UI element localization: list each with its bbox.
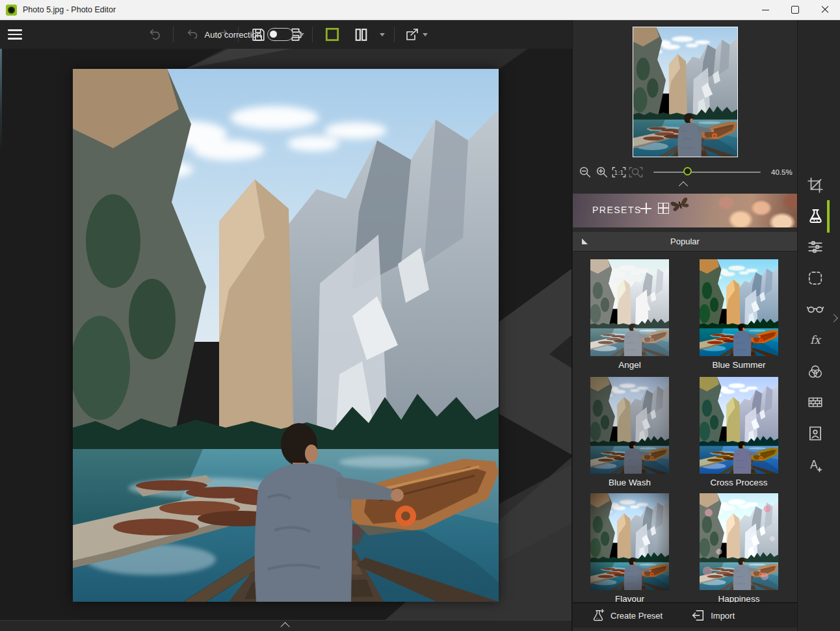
photo-canvas[interactable]	[73, 69, 499, 602]
svg-text:A: A	[810, 458, 818, 471]
canvas-edge-glow	[0, 49, 2, 153]
toggle-knob	[270, 31, 277, 38]
fx-icon: fx	[806, 331, 824, 348]
import-label: Import	[711, 611, 735, 621]
undo-icon	[185, 27, 200, 42]
share-icon	[404, 26, 421, 43]
text-tool-icon: A	[806, 456, 824, 474]
preset-grid: Angel Blue Summer Blue Wash Cross Proces…	[573, 251, 797, 599]
close-icon	[821, 6, 829, 14]
presets-header-title: PRESETS	[592, 205, 642, 215]
tool-selection-button[interactable]	[804, 267, 826, 289]
minimize-icon	[762, 10, 769, 10]
bricks-icon	[807, 394, 824, 411]
zoom-slider[interactable]	[653, 172, 761, 173]
navigator-collapse-chevron[interactable]	[679, 181, 688, 190]
auto-correction-label: Auto correction	[205, 30, 261, 40]
undo-button[interactable]	[182, 20, 203, 49]
zoom-out-icon	[578, 165, 592, 179]
color-wheels-icon	[807, 363, 824, 380]
preset-label: Blue Summer	[700, 360, 778, 370]
tool-frames-button[interactable]	[804, 391, 826, 413]
tool-effects-button[interactable]: fx	[804, 329, 826, 351]
sliders-icon	[807, 238, 824, 255]
share-button[interactable]	[400, 20, 430, 49]
tool-adjustments-button[interactable]	[804, 236, 826, 258]
zoom-in-icon	[595, 165, 609, 179]
window-title: Photo 5.jpg - Photo Editor	[23, 5, 116, 14]
zoom-percent: 40.5%	[771, 168, 793, 176]
tool-rail: fx A	[797, 20, 840, 631]
preset-label: Angel	[590, 360, 669, 370]
tool-text-button[interactable]: A	[804, 454, 826, 476]
presets-flask-icon	[807, 207, 824, 225]
active-tool-indicator	[827, 200, 830, 233]
single-view-icon	[324, 26, 341, 43]
portrait-frame-icon	[807, 425, 824, 442]
svg-text:fx: fx	[810, 333, 822, 346]
butterfly-graphic	[669, 195, 691, 214]
crop-icon	[807, 177, 824, 194]
titlebar: Photo 5.jpg - Photo Editor	[0, 0, 840, 20]
tool-portrait-button[interactable]	[804, 422, 826, 444]
menu-button[interactable]	[5, 20, 25, 49]
glasses-icon	[806, 301, 824, 318]
presets-panel: 1:1 40.5% PRES	[573, 20, 797, 631]
preset-card-cross-process[interactable]: Cross Process	[700, 377, 778, 487]
presets-banner[interactable]: PRESETS	[573, 194, 797, 227]
preset-card-blue-wash[interactable]: Blue Wash	[590, 377, 669, 487]
main-toolbar: Auto correction	[0, 20, 572, 49]
preset-group-header[interactable]: Popular	[573, 232, 797, 251]
minimize-button[interactable]	[750, 0, 780, 20]
auto-correction-chevron-icon[interactable]	[299, 33, 304, 36]
share-dropdown-icon	[423, 33, 428, 36]
view-mode-dropdown[interactable]	[376, 20, 389, 49]
filmstrip-expand-bar[interactable]	[0, 620, 572, 631]
photo-editor-window: Photo 5.jpg - Photo Editor	[0, 0, 840, 631]
auto-correction-toggle[interactable]	[267, 28, 293, 41]
grid-view-icon[interactable]	[658, 203, 669, 214]
preset-card-flavour[interactable]: Flavour	[590, 493, 669, 604]
presets-footer: Create Preset Import	[573, 602, 797, 628]
close-button[interactable]	[810, 0, 840, 20]
zoom-controls: 1:1 40.5%	[573, 162, 797, 182]
fit-image-icon	[628, 165, 644, 179]
maximize-icon	[791, 6, 799, 14]
actual-size-button[interactable]: 1:1	[610, 164, 627, 181]
editor-canvas[interactable]	[0, 49, 572, 631]
preset-card-angel[interactable]: Angel	[590, 259, 669, 370]
panel-collapse-chevron[interactable]	[830, 314, 838, 322]
marquee-selection-icon	[807, 270, 824, 287]
revert-button[interactable]	[144, 20, 166, 49]
split-view-icon	[353, 27, 369, 43]
import-button[interactable]: Import	[691, 608, 735, 623]
tool-presets-button[interactable]	[804, 205, 826, 227]
preset-group-label: Popular	[573, 237, 797, 246]
preset-label: Blue Wash	[590, 478, 669, 487]
svg-text:1:1: 1:1	[614, 169, 624, 176]
zoom-out-button[interactable]	[577, 164, 594, 181]
create-preset-icon	[591, 608, 605, 623]
preset-card-happiness[interactable]: Happiness	[700, 493, 778, 604]
split-view-button[interactable]	[350, 20, 372, 49]
create-preset-button[interactable]: Create Preset	[591, 608, 663, 623]
chevron-down-icon	[380, 33, 385, 36]
create-preset-label: Create Preset	[610, 611, 663, 621]
preset-card-blue-summer[interactable]: Blue Summer	[700, 259, 778, 370]
maximize-button[interactable]	[780, 0, 810, 20]
zoom-slider-thumb[interactable]	[683, 167, 692, 175]
preset-label: Cross Process	[700, 478, 778, 487]
actual-size-icon: 1:1	[611, 165, 627, 179]
add-preset-icon[interactable]	[640, 203, 651, 214]
import-icon	[691, 608, 705, 623]
tool-crop-button[interactable]	[804, 174, 826, 196]
app-logo-icon	[6, 5, 17, 16]
zoom-in-button[interactable]	[594, 164, 610, 181]
fit-image-button[interactable]	[627, 164, 644, 181]
revert-icon	[148, 27, 163, 42]
tool-repair-button[interactable]	[804, 298, 826, 320]
navigator-thumbnail[interactable]	[633, 27, 738, 157]
tool-color-mixer-button[interactable]	[804, 361, 826, 383]
single-view-button[interactable]	[320, 20, 345, 49]
window-controls	[750, 0, 840, 20]
